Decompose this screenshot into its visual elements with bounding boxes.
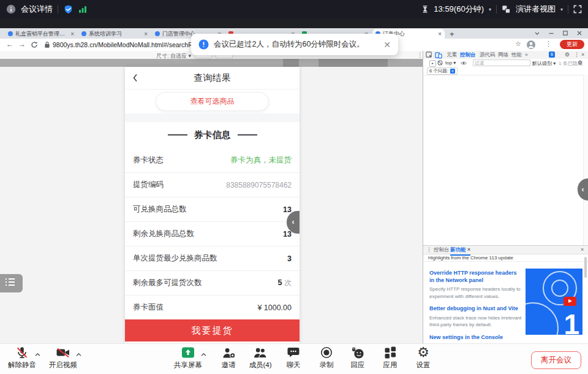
device-mode-icon[interactable] <box>435 52 442 59</box>
whats-new-link[interactable]: New settings in the Console <box>429 334 522 341</box>
page-title: 查询结果 <box>125 67 300 89</box>
console-scrollbar[interactable] <box>583 75 588 245</box>
devtools-settings-icon[interactable]: ⚙ <box>565 52 570 58</box>
mute-options-caret[interactable] <box>34 353 41 357</box>
issues-count-icon: 6 <box>450 69 455 74</box>
timer-dropdown-icon[interactable]: ▾ <box>489 7 491 12</box>
clear-console-icon[interactable] <box>437 60 443 66</box>
side-panel-toggle[interactable] <box>0 274 23 292</box>
drawer-menu-icon[interactable]: ⋮ <box>426 246 432 253</box>
whats-new-header: Highlights from the Chrome 113 update <box>423 254 588 262</box>
reactions-icon <box>351 346 365 359</box>
browser-update-button[interactable]: 更新 <box>560 40 584 49</box>
mute-button[interactable]: 解除静音 <box>2 345 42 370</box>
whats-new-link[interactable]: Better debugging in Nuxt and Vite <box>429 305 522 312</box>
card-info-list: 券卡状态 券卡为真，未提货 提货编码 8385889075578462 可兑换商… <box>125 148 300 319</box>
tab-close-icon[interactable]: × <box>70 31 74 37</box>
minimize-icon[interactable] <box>548 30 554 36</box>
whats-new-link[interactable]: Override HTTP response headers in the Ne… <box>429 269 522 284</box>
chat-icon <box>287 346 300 359</box>
divider <box>496 5 497 13</box>
info-row-face-value: 券卡面值 ¥ 1000.00 <box>125 295 300 319</box>
console-filter-input[interactable] <box>473 59 530 66</box>
view-dropdown-icon[interactable]: ▾ <box>560 7 563 12</box>
drawer-close-icon[interactable]: × <box>581 246 584 253</box>
lock-icon[interactable] <box>44 41 50 48</box>
issues-chip[interactable]: 6 个问题: 6 <box>427 67 458 75</box>
camera-off-icon <box>56 346 70 359</box>
timer-hourglass-icon <box>421 5 429 13</box>
toast-message: 会议已超过2人，自动转为60分钟限时会议。 <box>214 39 379 50</box>
toast-close-icon[interactable]: ✕ <box>383 40 391 50</box>
console-context-select[interactable]: top ▾ <box>445 60 456 66</box>
drawer-tab-close-icon[interactable]: × <box>467 246 470 253</box>
browser-menu-icon[interactable]: ⋮ <box>545 40 552 48</box>
meeting-topbar: 会议详情 13:59(60分钟) ▾ 演讲者视图 ▾ <box>0 0 588 18</box>
bookmark-star-icon[interactable]: ☆ <box>515 40 521 48</box>
devtools-tab-sources[interactable]: 源代码 <box>480 52 496 59</box>
meeting-timer: 13:59(60分钟) <box>434 4 484 15</box>
share-options-caret[interactable] <box>200 353 207 357</box>
mobile-page: 查询结果 查看可选商品 券卡信息 券卡状态 券卡为真，未提货 提货编码 8385… <box>125 67 300 343</box>
chrome-update-video-thumbnail[interactable]: 1 <box>526 269 582 335</box>
record-icon <box>320 346 333 359</box>
browser-tab[interactable]: 系统培训学习 × <box>78 29 151 39</box>
tab-close-icon[interactable]: × <box>438 31 442 37</box>
log-level-select[interactable]: 默认级别 ▾ <box>532 60 556 67</box>
start-video-button[interactable]: 开启视频 <box>43 345 83 370</box>
status-value: 券卡为真，未提货 <box>230 155 292 166</box>
view-mode-label[interactable]: 演讲者视图 <box>516 4 556 15</box>
info-row-min-per-pickup: 单次提货最少兑换商品数 3 <box>125 246 300 270</box>
browser-tab[interactable]: 礼盒营销平台管理中心 × <box>5 29 77 39</box>
tab-close-icon[interactable]: × <box>144 31 148 37</box>
console-sidebar-icon[interactable]: ▸ <box>429 60 436 67</box>
video-options-caret[interactable] <box>75 353 82 357</box>
section-divider <box>125 113 300 122</box>
info-row-total: 可兑换商品总数 13 <box>125 197 300 221</box>
devtools-tabbar: 元素 控制台 源代码 网络 性能 » 6 ⚙ ⋮ × <box>423 51 588 59</box>
share-screen-button[interactable]: 共享屏幕 <box>168 345 208 370</box>
new-tab-button[interactable]: + <box>450 29 454 39</box>
settings-gear-icon: ⚙ <box>417 346 429 359</box>
close-window-icon[interactable] <box>576 30 582 36</box>
eye-icon[interactable] <box>460 61 467 66</box>
devtools-tab-elements[interactable]: 元素 <box>447 52 457 59</box>
page-header: 查询结果 <box>125 67 300 90</box>
devtools-drawer: ⋮ 控制台 新功能 × × Highlights from the Chrome… <box>423 245 588 344</box>
maximize-icon[interactable] <box>562 30 568 36</box>
settings-button[interactable]: ⚙ 设置 <box>404 345 443 370</box>
console-toolbar: ▸ top ▾ 默认级别 ▾ 1 条已隐藏 ⚙ <box>423 59 588 67</box>
restore-down-icon[interactable] <box>534 30 540 36</box>
forward-icon[interactable]: → <box>18 40 26 48</box>
devtools-tab-performance[interactable]: 性能 <box>511 52 522 59</box>
window-controls <box>534 30 582 36</box>
connection-signal-icon <box>78 5 87 13</box>
inspect-element-icon[interactable] <box>426 52 432 58</box>
devtools-close-icon[interactable]: × <box>581 52 584 58</box>
profile-avatar[interactable] <box>527 40 535 49</box>
leave-meeting-button[interactable]: 离开会议 <box>531 351 581 369</box>
console-settings-icon[interactable]: ⚙ <box>578 60 582 66</box>
viewport-scroll-band <box>0 59 423 67</box>
devtools-menu-icon[interactable]: ⋮ <box>574 52 579 58</box>
meeting-details-label[interactable]: 会议详情 <box>21 4 53 15</box>
participants-icon <box>253 346 268 359</box>
info-row-pickup-times: 剩余最多可提货次数 5 次 <box>125 270 300 295</box>
issues-badge[interactable]: 6 <box>549 52 555 58</box>
info-row-status: 券卡状态 券卡为真，未提货 <box>125 148 300 172</box>
youtube-play-icon[interactable] <box>564 297 576 306</box>
view-layout-icon <box>502 5 511 14</box>
devtools-more-tabs-icon[interactable]: » <box>525 52 528 58</box>
devtools-tab-network[interactable]: 网络 <box>498 52 508 59</box>
view-products-button[interactable]: 查看可选商品 <box>156 92 269 111</box>
share-screen-icon <box>181 346 195 359</box>
back-icon[interactable]: ← <box>6 40 13 48</box>
drawer-scrollbar[interactable] <box>584 257 587 278</box>
devtools-panel: 元素 控制台 源代码 网络 性能 » 6 ⚙ ⋮ × ▸ top ▾ 默认级别 … <box>423 51 588 343</box>
pickup-submit-button[interactable]: 我要提货 <box>125 319 300 342</box>
info-icon[interactable] <box>6 4 16 14</box>
reload-icon[interactable] <box>31 41 38 48</box>
drawer-tab-console[interactable]: 控制台 <box>434 246 450 254</box>
security-shield-icon[interactable] <box>63 4 74 15</box>
fullscreen-icon[interactable] <box>573 5 582 13</box>
